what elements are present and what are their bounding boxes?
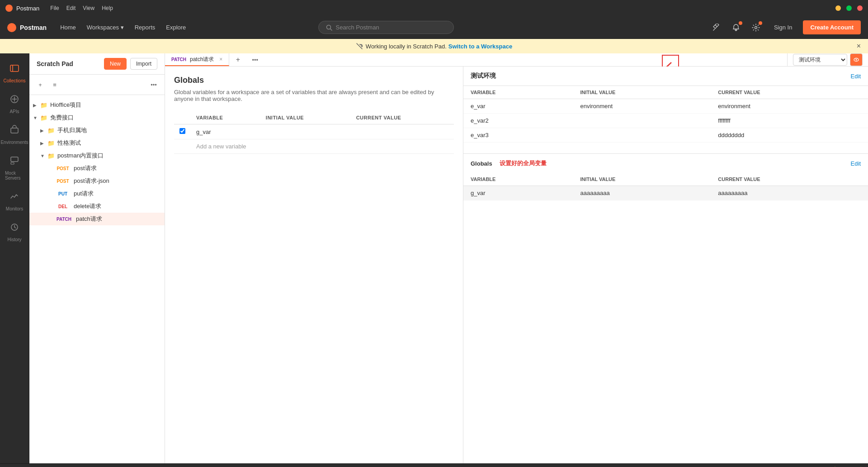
add-variable-cell[interactable]: Add a new variable <box>191 139 454 154</box>
history-icon <box>9 222 19 234</box>
globals-desc: Global variables for a workspace are a s… <box>174 89 454 102</box>
close-button[interactable] <box>857 5 863 11</box>
search-input[interactable] <box>336 24 426 31</box>
nav-workspaces[interactable]: Workspaces <box>82 21 128 33</box>
globals-section: Globals 设置好的全局变量 Edit VARIABLE INITIAL V… <box>463 153 868 200</box>
sidebar-item-history[interactable]: History <box>1 218 28 247</box>
env-variables-table: VARIABLE INITIAL VALUE CURRENT VALUE e_v… <box>463 86 868 143</box>
environment-select[interactable]: 测试环境 <box>793 54 847 66</box>
title-bar: Postman File Edit View Help <box>0 0 868 16</box>
tree-item-patch[interactable]: PATCH patch请求 <box>29 213 165 225</box>
nav-explore[interactable]: Explore <box>161 21 190 33</box>
tab-patch[interactable]: PATCH patch请求 × <box>165 53 229 66</box>
import-button[interactable]: Import <box>130 58 157 70</box>
bell-icon-btn[interactable] <box>729 20 743 35</box>
sign-in-button[interactable]: Sign In <box>769 21 797 33</box>
var-checkbox[interactable] <box>179 128 185 134</box>
var-name-cell[interactable]: g_var <box>191 124 260 139</box>
filter-button[interactable]: ≡ <box>49 79 60 90</box>
menu-view[interactable]: View <box>83 5 94 11</box>
svg-point-0 <box>7 6 11 10</box>
tree-label: postman内置接口 <box>57 152 157 160</box>
create-account-button[interactable]: Create Account <box>803 20 861 34</box>
satellite-icon-btn[interactable] <box>709 20 723 35</box>
globals-section-table: VARIABLE INITIAL VALUE CURRENT VALUE g_v… <box>463 173 868 200</box>
more-tabs-button[interactable]: ••• <box>246 53 264 66</box>
environment-eye-button[interactable] <box>850 53 863 66</box>
var-current-cell[interactable] <box>351 124 454 139</box>
collections-label: Collections <box>4 78 26 83</box>
tree-item-mobile[interactable]: ▶ 📁 手机归属地 <box>29 124 165 137</box>
tree-item-hioffice[interactable]: ▶ 📁 Hioffice项目 <box>29 99 165 111</box>
satellite-icon <box>712 24 720 32</box>
folder-icon: 📁 <box>40 114 47 121</box>
g-initial-cell: aaaaaaaaa <box>573 186 711 200</box>
env-current-cell: dddddddd <box>711 128 868 143</box>
tree-item-postman-builtin[interactable]: ▼ 📁 postman内置接口 <box>29 149 165 162</box>
nav-right: Sign In Create Account <box>709 20 861 35</box>
search-bar[interactable] <box>318 21 454 34</box>
tab-close-button[interactable]: × <box>219 56 222 62</box>
add-var-checkbox-cell <box>174 139 191 154</box>
add-variable-row[interactable]: Add a new variable <box>174 139 454 154</box>
globals-variables-table: VARIABLE INITIAL VALUE CURRENT VALUE g_v… <box>174 111 454 154</box>
menu-file[interactable]: File <box>50 5 59 11</box>
panel-title: Scratch Pad <box>37 60 73 67</box>
tree-label: 性格测试 <box>57 139 157 147</box>
env-current-col: CURRENT VALUE <box>711 86 868 99</box>
env-popup-edit-button[interactable]: Edit <box>851 73 861 80</box>
maximize-button[interactable] <box>846 5 852 11</box>
banner-link[interactable]: Switch to a Workspace <box>448 43 512 50</box>
svg-rect-4 <box>10 65 19 71</box>
nav-links: Home Workspaces Reports Explore <box>56 21 190 33</box>
more-options-button[interactable]: ••• <box>148 79 159 90</box>
sidebar-item-apis[interactable]: APIs <box>1 90 28 119</box>
settings-badge <box>759 21 762 25</box>
tree-item-personality[interactable]: ▶ 📁 性格测试 <box>29 137 165 149</box>
tree-item-free-api[interactable]: ▼ 📁 免费接口 <box>29 111 165 124</box>
chevron-down-icon: ▼ <box>40 153 47 158</box>
new-button[interactable]: New <box>104 58 127 70</box>
sidebar-item-monitors[interactable]: Monitors <box>1 187 28 216</box>
method-badge-put: PUT <box>55 191 71 197</box>
bell-icon <box>732 24 740 32</box>
banner-close-button[interactable]: × <box>857 42 861 50</box>
table-row: e_var environment environment <box>463 99 868 114</box>
collections-tree: ▶ 📁 Hioffice项目 ▼ 📁 免费接口 ▶ 📁 手机归属地 ▶ 📁 性格… <box>29 95 165 463</box>
tree-label: post请求 <box>74 164 157 172</box>
env-popup-area: 测试环境 Edit VARIABLE INITIAL VALUE CURRENT… <box>463 67 868 463</box>
banner-text: Working locally in Scratch Pad. <box>366 43 447 50</box>
add-collection-button[interactable]: + <box>35 79 46 90</box>
bottom-bar: Find and Replace Console Runner 5SD ⚡ Mi… <box>0 463 868 467</box>
settings-icon-btn[interactable] <box>749 20 763 35</box>
sidebar-item-collections[interactable]: Collections <box>1 59 28 88</box>
sidebar-item-mock-servers[interactable]: Mock Servers <box>1 151 28 185</box>
env-current-cell: environment <box>711 99 868 114</box>
menu-help[interactable]: Help <box>102 5 113 11</box>
app-icon <box>5 5 13 12</box>
g-var-cell: g_var <box>463 186 573 200</box>
tree-item-delete[interactable]: DEL delete请求 <box>29 200 165 213</box>
tree-item-post2[interactable]: POST post请求-json <box>29 175 165 187</box>
var-initial-cell[interactable] <box>260 124 351 139</box>
add-tab-button[interactable]: + <box>229 53 246 66</box>
env-initial-cell: environment <box>573 99 711 114</box>
tree-label: delete请求 <box>74 202 157 210</box>
globals-section-subtitle: 设置好的全局变量 <box>500 159 547 167</box>
tree-item-post1[interactable]: POST post请求 <box>29 162 165 175</box>
menu-bar: File Edit View Help <box>50 5 113 11</box>
gear-icon <box>752 24 760 32</box>
sidebar-item-environments[interactable]: Environments <box>1 120 28 149</box>
tree-label: patch请求 <box>76 215 157 223</box>
minimize-button[interactable] <box>835 5 841 11</box>
nav-reports[interactable]: Reports <box>130 21 160 33</box>
globals-section-edit-button[interactable]: Edit <box>851 160 861 167</box>
request-area: PATCH patch请求 × + ••• 测试环境 Globals <box>165 53 868 463</box>
g-current-col: CURRENT VALUE <box>711 173 868 186</box>
tree-item-put[interactable]: PUT put请求 <box>29 187 165 200</box>
method-badge-patch: PATCH <box>55 216 73 222</box>
tree-label: Hioffice项目 <box>50 101 157 109</box>
folder-icon: 📁 <box>40 102 47 109</box>
menu-edit[interactable]: Edit <box>66 5 76 11</box>
nav-home[interactable]: Home <box>56 21 80 33</box>
